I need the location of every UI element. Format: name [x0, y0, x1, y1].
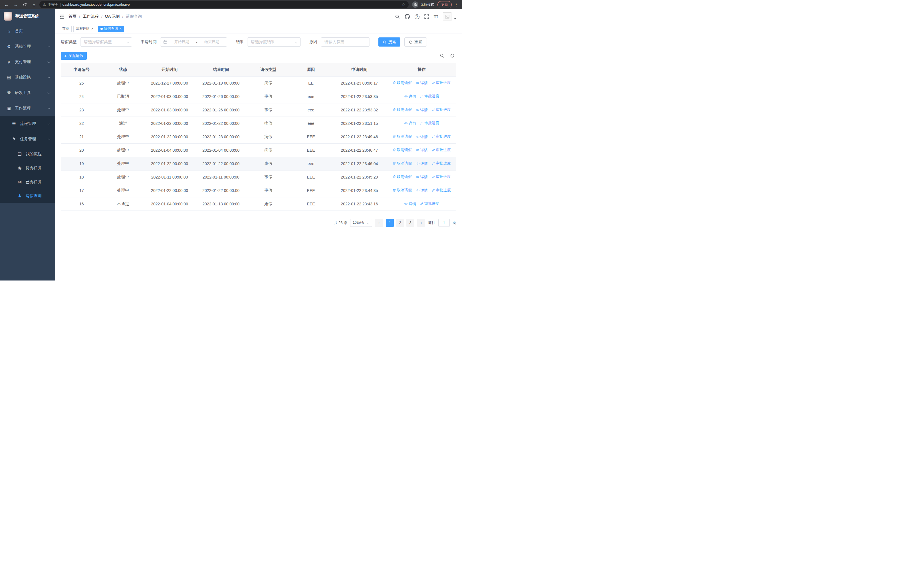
detail-link[interactable]: 详情 [416, 81, 428, 86]
approval-progress-link[interactable]: 审批进度 [420, 94, 439, 99]
cell-apply-id: 24 [61, 90, 102, 103]
sidebar-item-home[interactable]: ⌂ 首页 [0, 23, 55, 39]
toolbox-icon: ⚒ [6, 90, 11, 95]
approval-progress-link[interactable]: 审批进度 [432, 147, 451, 152]
apply-time-range-picker[interactable]: 开始日期 - 结束日期 [160, 38, 227, 47]
cell-reason: EEE [290, 183, 332, 197]
sidebar-item-dev-tools[interactable]: ⚒ 研发工具 [0, 85, 55, 101]
tab[interactable]: 流程详情 × [74, 26, 96, 32]
cell-actions: 取消请假 详情 审批进度 [387, 170, 456, 183]
cancel-leave-link[interactable]: 取消请假 [393, 134, 412, 139]
detail-link[interactable]: 详情 [416, 107, 428, 113]
next-page-button[interactable]: › [417, 219, 425, 227]
breadcrumb-separator: / [122, 14, 123, 19]
detail-link[interactable]: 详情 [416, 148, 428, 153]
tab-close-icon[interactable]: × [92, 27, 94, 30]
cell-reason: eee [290, 157, 332, 170]
incognito-badge: 无痕模式 [410, 2, 436, 8]
tab-close-icon[interactable]: × [120, 27, 122, 30]
sidebar-item-my-process[interactable]: ❑ 我的流程 [0, 147, 55, 161]
approval-progress-link[interactable]: 审批进度 [432, 107, 451, 112]
browser-refresh-icon[interactable] [21, 1, 28, 8]
detail-link[interactable]: 详情 [404, 121, 416, 126]
leave-type-select[interactable]: 请选择请假类型 [80, 38, 132, 47]
reset-button[interactable]: 重置 [404, 38, 427, 47]
sidebar-item-system-management[interactable]: ⚙ 系统管理 [0, 39, 55, 54]
sidebar-item-leave-query[interactable]: ♟ 请假查询 [0, 189, 55, 203]
breadcrumb-separator: / [101, 14, 102, 19]
font-size-icon[interactable]: TT [434, 14, 438, 19]
create-leave-button[interactable]: + 发起请假 [61, 52, 87, 60]
cancel-leave-link[interactable]: 取消请假 [393, 161, 412, 166]
fullscreen-icon[interactable] [424, 14, 429, 19]
avatar-caret-icon[interactable] [454, 18, 456, 20]
address-bar[interactable]: ⚠ 不安全 dashboard.yudao.iocoder.cn/bpm/oa/… [39, 1, 409, 8]
sidebar-item-todo-tasks[interactable]: ◉ 待办任务 [0, 161, 55, 175]
detail-link[interactable]: 详情 [404, 202, 416, 206]
approval-progress-link[interactable]: 审批进度 [432, 134, 451, 139]
browser-back-icon[interactable]: ← [3, 1, 10, 8]
approval-progress-link[interactable]: 审批进度 [420, 201, 439, 206]
avatar[interactable] [443, 12, 452, 21]
approval-progress-link[interactable]: 审批进度 [432, 174, 451, 179]
detail-link[interactable]: 详情 [416, 161, 428, 166]
search-icon[interactable] [395, 14, 400, 19]
cancel-leave-link[interactable]: 取消请假 [393, 188, 412, 193]
sidebar-item-done-tasks[interactable]: ⋈ 已办任务 [0, 175, 55, 189]
breadcrumb-item[interactable]: 工作流程 [83, 14, 99, 19]
approval-progress-link[interactable]: 审批进度 [432, 188, 451, 193]
detail-link[interactable]: 详情 [404, 94, 416, 99]
page-button-2[interactable]: 2 [396, 219, 404, 227]
table-row: 24 已取消 2022-01-03 00:00:00 2022-01-26 00… [61, 90, 456, 103]
cell-end-time: 2022-01-26 00:00:00 [195, 103, 246, 117]
help-icon[interactable]: ? [415, 14, 420, 19]
cancel-leave-link[interactable]: 取消请假 [393, 107, 412, 112]
cell-start-time: 2022-01-04 00:00:00 [144, 143, 195, 157]
page-size-select[interactable]: 10条/页 [350, 219, 372, 227]
tab-active-dot [100, 28, 103, 30]
approval-progress-link[interactable]: 审批进度 [432, 80, 451, 86]
update-button[interactable]: 更新 [438, 1, 452, 8]
search-button[interactable]: 搜索 [378, 38, 400, 47]
cancel-leave-link[interactable]: 取消请假 [393, 147, 412, 152]
bookmark-star-icon[interactable]: ☆ [402, 2, 405, 7]
browser-chrome: ← → ⌂ ⚠ 不安全 dashboard.yudao.iocoder.cn/b… [0, 0, 462, 9]
tab[interactable]: 请假查询 × [98, 26, 124, 32]
prev-page-button[interactable]: ‹ [375, 219, 383, 227]
toggle-search-icon[interactable] [440, 53, 444, 58]
cell-apply-time: 2022-01-23 00:06:17 [332, 76, 387, 90]
tab[interactable]: 首页 [60, 26, 72, 32]
logo-avatar [4, 12, 12, 21]
detail-link[interactable]: 详情 [416, 188, 428, 193]
cell-end-time: 2022-01-22 00:00:00 [195, 183, 246, 197]
approval-progress-link[interactable]: 审批进度 [420, 120, 439, 126]
browser-home-icon[interactable]: ⌂ [30, 1, 38, 8]
detail-link[interactable]: 详情 [416, 134, 428, 139]
plus-icon: + [64, 54, 67, 58]
sidebar-item-process-management[interactable]: ☰ 流程管理 [0, 116, 55, 131]
user-icon: ♟ [17, 193, 22, 199]
reason-input[interactable] [321, 38, 370, 47]
cancel-leave-link[interactable]: 取消请假 [393, 174, 412, 179]
sidebar-item-infrastructure[interactable]: ▤ 基础设施 [0, 70, 55, 85]
goto-page-input[interactable] [438, 219, 450, 227]
result-select[interactable]: 请选择流结果 [247, 38, 301, 47]
chevron-down-icon [126, 41, 129, 44]
flag-icon: ⚑ [11, 137, 16, 142]
table-refresh-icon[interactable] [450, 53, 454, 58]
sidebar-item-task-management[interactable]: ⚑ 任务管理 [0, 131, 55, 147]
sidebar-collapse-icon[interactable] [60, 14, 64, 19]
page-button-3[interactable]: 3 [406, 219, 414, 227]
detail-link[interactable]: 详情 [416, 174, 428, 180]
breadcrumb-item[interactable]: OA 示例 [105, 14, 120, 19]
approval-progress-link[interactable]: 审批进度 [432, 161, 451, 166]
github-icon[interactable] [405, 14, 410, 19]
cancel-leave-link[interactable]: 取消请假 [393, 80, 412, 86]
breadcrumb-item[interactable]: 首页 [69, 14, 76, 19]
sidebar-item-payment-management[interactable]: ¥ 支付管理 [0, 54, 55, 70]
browser-forward-icon[interactable]: → [12, 1, 20, 8]
sidebar-item-workflow[interactable]: ▣ 工作流程 [0, 101, 55, 116]
browser-menu-icon[interactable]: ⋮ [453, 2, 459, 7]
breadcrumb-item: 请假查询 [126, 14, 142, 19]
page-button-1[interactable]: 1 [386, 219, 394, 227]
